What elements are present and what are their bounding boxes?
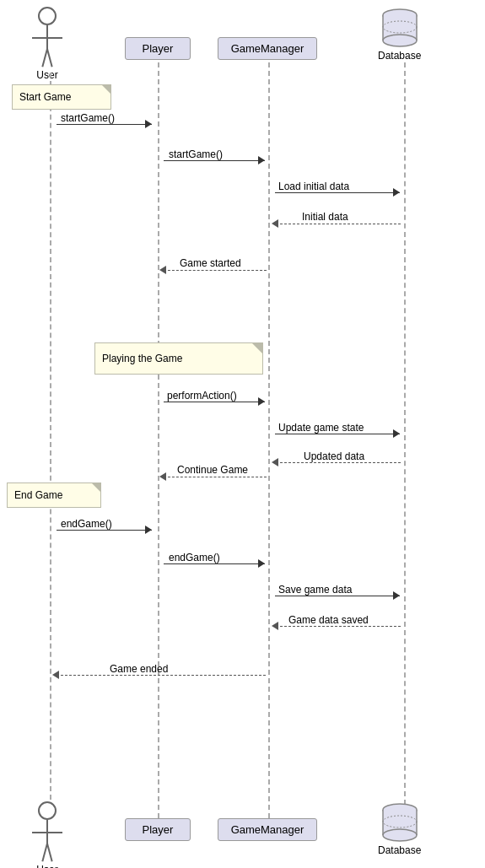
arrow-a1-label: startGame() [61,112,115,124]
lifeline-database [404,62,406,805]
actor-user-bottom-label: User [36,864,57,868]
database-svg-bottom [380,801,420,848]
gamemanager-top-label: GameManager [231,42,304,55]
user-head [38,7,57,25]
lifeline-box-player-bottom: Player [125,818,191,841]
arrow-a10 [57,530,152,531]
user-head-bottom [38,801,57,820]
arrow-a9 [164,477,267,477]
note-start-game-label: Start Game [19,91,71,103]
database-svg-top [380,7,420,53]
database-icon-top: Database [378,7,421,62]
arrow-a2-label: startGame() [169,148,223,160]
arrow-a2 [164,160,265,161]
arrow-a6-label: performAction() [167,390,237,402]
actor-user-top-label: User [36,69,57,81]
lifeline-box-gamemanager-bottom: GameManager [218,818,317,841]
user-body-container-bottom [30,820,64,862]
note-end-game-label: End Game [14,489,62,501]
arrow-a9-label: Continue Game [177,464,248,476]
note-end-game: End Game [7,483,101,508]
arrow-a11-head [258,559,265,568]
database-bottom-label: Database [378,844,421,856]
arrow-a10-label: endGame() [61,518,112,530]
arrow-a4-head [272,219,278,228]
svg-point-2 [383,35,417,46]
arrow-a9-head [159,472,166,481]
lifeline-gamemanager [268,62,270,835]
arrow-a5-head [159,266,166,274]
arrow-a8-head [272,458,278,466]
arrow-a8-label: Updated data [304,450,364,462]
user-body-container [30,25,64,67]
arrow-a12-head [393,591,400,600]
player-bottom-label: Player [143,823,174,836]
arrow-a13-label: Game data saved [288,614,369,626]
arrow-a13 [276,626,401,627]
lifeline-box-gamemanager-top: GameManager [218,37,317,60]
gamemanager-bottom-label: GameManager [231,823,304,836]
lifeline-player [158,62,159,835]
note-playing-game: Playing the Game [94,342,263,375]
arrow-a5-label: Game started [180,257,241,269]
note-playing-label: Playing the Game [102,353,182,364]
actor-user-bottom: User [30,801,64,868]
arrow-a7-head [393,429,400,438]
arrow-a12 [275,596,400,596]
actor-user-top: User [30,7,64,81]
arrow-a11-label: endGame() [169,552,220,563]
lifeline-box-player-top: Player [125,37,191,60]
player-top-label: Player [143,42,174,55]
arrow-a14 [57,675,266,676]
lifeline-user [50,73,51,808]
arrow-a5 [164,270,267,271]
arrow-a12-label: Save game data [278,584,352,596]
database-icon-bottom: Database [378,801,421,856]
arrow-a1 [57,124,152,125]
arrow-a3 [275,192,400,193]
arrow-a14-label: Game ended [110,663,168,675]
arrow-a14-head [52,671,59,679]
arrow-a2-head [258,156,265,164]
note-start-game: Start Game [12,84,111,110]
arrow-a6 [164,402,265,402]
arrow-a3-label: Load initial data [278,181,349,192]
svg-point-8 [383,829,417,841]
sequence-diagram: User Player GameManager Database Start G… [0,0,485,868]
arrow-a8 [276,462,401,463]
arrow-a3-head [393,188,400,197]
arrow-a4-label: Initial data [302,211,348,223]
arrow-a7 [275,434,400,434]
arrow-a6-head [258,397,265,406]
arrow-a11 [164,563,265,564]
arrow-a4 [276,224,401,224]
arrow-a10-head [145,526,152,534]
arrow-a7-label: Update game state [278,422,364,434]
arrow-a13-head [272,622,278,630]
arrow-a1-head [145,120,152,128]
database-top-label: Database [378,50,421,62]
